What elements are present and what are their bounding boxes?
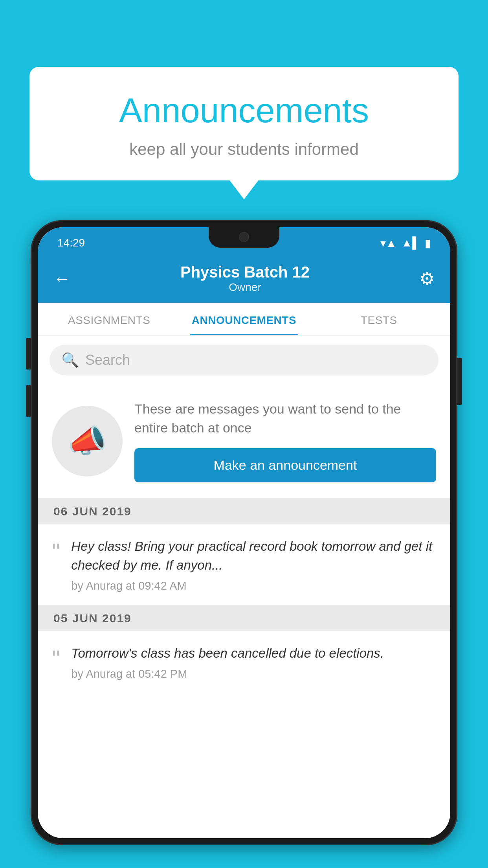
phone-notch [209,227,279,248]
volume-down-button [26,385,31,417]
phone-outer: 14:29 ▾▲ ▲▌ ▮ ← Physics Batch 12 Owner ⚙ [31,220,457,845]
search-bar[interactable]: 🔍 Search [50,345,438,375]
signal-icon: ▲▌ [401,237,420,249]
announcement-meta-1: by Anurag at 09:42 AM [71,579,436,592]
power-button [457,358,462,405]
announcement-meta-2: by Anurag at 05:42 PM [71,668,436,680]
announcement-item-1[interactable]: " Hey class! Bring your practical record… [38,524,450,605]
settings-icon[interactable]: ⚙ [419,268,435,289]
bubble-subtitle: keep all your students informed [45,140,443,159]
volume-up-button [26,338,31,370]
make-announcement-button[interactable]: Make an announcement [134,448,436,482]
quote-icon-2: " [52,647,60,671]
search-container: 🔍 Search [38,336,450,384]
intro-description: These are messages you want to send to t… [134,400,436,437]
bubble-title: Announcements [45,90,443,131]
announcement-content-2: Tomorrow's class has been cancelled due … [71,644,436,680]
back-button[interactable]: ← [53,269,71,289]
announcement-intro-right: These are messages you want to send to t… [134,400,436,482]
tab-announcements[interactable]: ANNOUNCEMENTS [176,303,311,335]
wifi-icon: ▾▲ [380,237,397,250]
announcement-text-1: Hey class! Bring your practical record b… [71,537,436,575]
header-subtitle: Owner [180,281,310,294]
quote-icon-1: " [52,540,60,564]
announcement-content-1: Hey class! Bring your practical record b… [71,537,436,592]
announcement-text-2: Tomorrow's class has been cancelled due … [71,644,436,663]
search-icon: 🔍 [61,352,79,368]
header-center: Physics Batch 12 Owner [180,263,310,294]
phone-mockup: 14:29 ▾▲ ▲▌ ▮ ← Physics Batch 12 Owner ⚙ [31,220,457,868]
header-title: Physics Batch 12 [180,263,310,281]
status-icons: ▾▲ ▲▌ ▮ [380,237,431,250]
tab-assignments[interactable]: ASSIGNMENTS [42,303,176,335]
announcement-bubble: Announcements keep all your students inf… [29,67,459,180]
date-separator-1: 06 JUN 2019 [38,498,450,524]
announcement-intro: 📣 These are messages you want to send to… [38,384,450,498]
tabs-bar: ASSIGNMENTS ANNOUNCEMENTS TESTS [38,303,450,336]
search-input[interactable]: Search [85,352,130,368]
app-header: ← Physics Batch 12 Owner ⚙ [38,256,450,303]
date-separator-2: 05 JUN 2019 [38,605,450,631]
tab-tests[interactable]: TESTS [312,303,446,335]
battery-icon: ▮ [425,237,431,250]
phone-camera [239,232,249,242]
phone-screen: 14:29 ▾▲ ▲▌ ▮ ← Physics Batch 12 Owner ⚙ [38,227,450,838]
status-time: 14:29 [57,237,85,249]
megaphone-icon: 📣 [68,423,107,460]
announcement-icon-circle: 📣 [52,406,123,476]
announcement-item-2[interactable]: " Tomorrow's class has been cancelled du… [38,631,450,693]
